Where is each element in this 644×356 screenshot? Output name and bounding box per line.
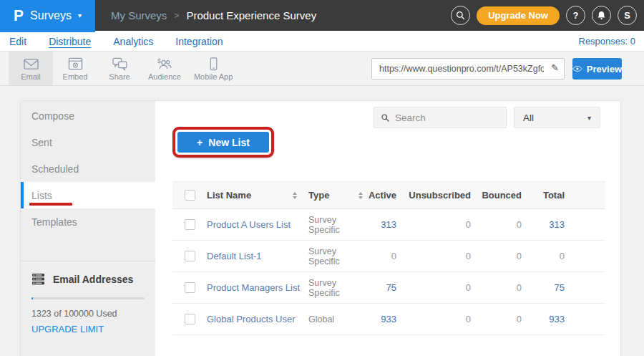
preview-button[interactable]: Preview [572, 58, 622, 80]
header-bounced: Bounced [474, 190, 527, 201]
breadcrumb: My Surveys > Product Experience Survey [111, 9, 316, 21]
bounced-count: 0 [474, 314, 527, 324]
list-name-link[interactable]: Default List-1 [207, 251, 301, 261]
top-header: P Surveys ▾ My Surveys > Product Experie… [0, 0, 644, 31]
header-type[interactable]: Type [301, 190, 367, 201]
total-count[interactable]: 313 [527, 219, 570, 230]
total-count[interactable]: 75 [527, 282, 570, 293]
lists-panel: Compose Sent Scheduled Lists Templates E… [20, 100, 621, 356]
channel-label: Mobile App [194, 72, 233, 81]
list-type: Survey Specific [301, 215, 367, 235]
address-list-icon [31, 273, 45, 285]
header-active: Active [367, 190, 399, 201]
breadcrumb-my-surveys[interactable]: My Surveys [111, 9, 167, 21]
chevron-down-icon: ▾ [78, 11, 82, 19]
channel-share[interactable]: Share [97, 52, 142, 85]
row-checkbox[interactable] [185, 219, 195, 230]
distribute-toolbar: Email Embed Share $ Audience Mobile App … [0, 52, 644, 86]
mobile-phone-icon [205, 57, 222, 71]
channel-email[interactable]: Email [9, 52, 53, 85]
sidebar-item-label: Lists [31, 190, 52, 201]
sidebar-item-sent[interactable]: Sent [21, 129, 155, 155]
preview-label: Preview [587, 64, 622, 74]
upgrade-now-button[interactable]: Upgrade Now [477, 6, 560, 25]
active-count[interactable]: 313 [367, 219, 399, 230]
sidebar-item-templates[interactable]: Templates [21, 208, 155, 235]
row-checkbox[interactable] [185, 314, 195, 324]
header-list-name[interactable]: List Name [207, 190, 301, 201]
email-usage-label: 1323 of 100000 Used [31, 309, 145, 319]
header-total: Total [527, 190, 570, 201]
channel-label: Embed [63, 72, 88, 81]
channel-label: Email [21, 72, 41, 81]
surveys-product-menu[interactable]: P Surveys ▾ [0, 0, 95, 31]
active-count[interactable]: 933 [367, 314, 399, 324]
unsubscribed-count: 0 [399, 219, 474, 230]
bell-icon [596, 10, 607, 21]
tab-distribute[interactable]: Distribute [49, 36, 91, 47]
bounced-count: 0 [474, 219, 527, 230]
filter-selected-value: All [523, 112, 534, 123]
email-usage-progress [31, 297, 145, 299]
chat-bubbles-icon [112, 57, 128, 71]
email-addresses-header: Email Addresses [31, 273, 145, 285]
list-name-link[interactable]: Global Products User [207, 314, 301, 324]
sort-icon [293, 192, 297, 199]
email-addresses-section: Email Addresses 1323 of 100000 Used UPGR… [21, 261, 155, 335]
search-button[interactable] [451, 6, 470, 25]
select-all-checkbox[interactable] [185, 190, 195, 201]
row-checkbox[interactable] [185, 251, 195, 261]
tab-integration[interactable]: Integration [175, 36, 223, 47]
question-mark-icon: ? [573, 10, 579, 21]
envelope-icon [23, 57, 39, 71]
header-checkbox-cell [172, 190, 207, 201]
account-avatar[interactable]: S [618, 6, 637, 25]
sidebar-menu: Compose Sent Scheduled Lists Templates [21, 101, 155, 235]
survey-url-input[interactable] [371, 58, 565, 80]
tab-edit[interactable]: Edit [9, 36, 26, 47]
help-button[interactable]: ? [566, 6, 585, 25]
eye-icon [572, 65, 582, 72]
header-unsubscribed: Unsubscribed [399, 190, 474, 201]
active-count[interactable]: 75 [367, 282, 399, 293]
list-name-link[interactable]: Product A Users List [207, 219, 301, 230]
channel-audience[interactable]: $ Audience [142, 52, 187, 85]
sidebar-item-lists[interactable]: Lists [21, 182, 155, 208]
total-count: 0 [527, 251, 570, 261]
breadcrumb-separator-icon: > [174, 11, 179, 21]
table-header-row: List Name Type Active Unsubscribed Bounc… [172, 181, 605, 209]
channel-label: Audience [148, 72, 181, 81]
list-type: Global [301, 314, 367, 324]
survey-url-field: ✎ [371, 58, 565, 80]
channel-mobile-app[interactable]: Mobile App [187, 52, 239, 85]
unsubscribed-count: 0 [399, 251, 474, 261]
responses-count[interactable]: Responses: 0 [579, 31, 636, 52]
survey-nav: Edit Distribute Analytics Integration Re… [0, 31, 644, 52]
page-title: Product Experience Survey [186, 9, 316, 21]
list-name-link[interactable]: Product Managers List [207, 282, 301, 293]
lists-table: List Name Type Active Unsubscribed Bounc… [172, 181, 605, 335]
upgrade-limit-link[interactable]: UPGRADE LIMIT [31, 324, 145, 335]
survey-tabs: Edit Distribute Analytics Integration [9, 31, 223, 52]
table-row: Default List-1 Survey Specific 0 0 0 0 [172, 241, 605, 272]
plus-icon: + [197, 137, 203, 148]
sidebar-item-scheduled[interactable]: Scheduled [21, 155, 155, 182]
sort-icon [358, 192, 363, 199]
app-window: P Surveys ▾ My Surveys > Product Experie… [0, 0, 644, 356]
channel-embed[interactable]: Embed [53, 52, 97, 85]
bounced-count: 0 [474, 251, 527, 261]
avatar-letter: S [624, 10, 630, 21]
sidebar-item-compose[interactable]: Compose [21, 102, 155, 129]
table-row: Product A Users List Survey Specific 313… [172, 209, 605, 241]
row-checkbox[interactable] [185, 282, 195, 293]
new-list-button[interactable]: + New List [177, 132, 269, 153]
edit-pencil-icon[interactable]: ✎ [551, 62, 559, 73]
notifications-button[interactable] [592, 6, 611, 25]
table-row: Product Managers List Survey Specific 75… [172, 272, 605, 304]
tab-analytics[interactable]: Analytics [113, 36, 153, 47]
total-count[interactable]: 933 [527, 314, 570, 324]
bounced-count: 0 [474, 282, 527, 293]
table-row: Global Products User Global 933 0 0 933 [172, 304, 605, 335]
list-filter-dropdown[interactable]: All ▾ [514, 107, 600, 128]
search-input[interactable] [395, 112, 499, 123]
